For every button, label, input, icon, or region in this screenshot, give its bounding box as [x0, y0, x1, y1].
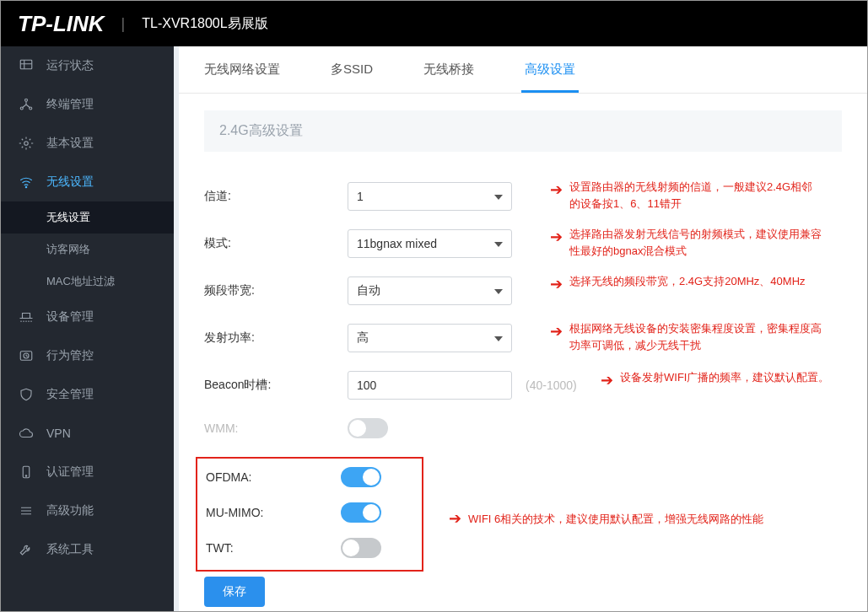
- sidebar-item-shield[interactable]: 安全管理: [1, 375, 174, 414]
- arrow-icon: ➔: [550, 273, 563, 296]
- channel-note: 设置路由器的无线射频的信道，一般建议2.4G相邻的设备按1、6、11错开: [569, 179, 822, 212]
- settings-panel: 2.4G高级设置 信道: 1 ➔ 设置路由器的无线射频的信道，一般建议2.4G相…: [179, 94, 867, 611]
- shield-icon: [18, 386, 35, 403]
- twt-label: TWT:: [206, 541, 341, 555]
- arrow-icon: ➔: [550, 179, 563, 201]
- sidebar: 运行状态终端管理基本设置无线设置无线设置访客网络MAC地址过滤设备管理行为管控安…: [1, 46, 174, 611]
- divider: |: [121, 15, 126, 33]
- row-channel: 信道: 1 ➔ 设置路由器的无线射频的信道，一般建议2.4G相邻的设备按1、6、…: [204, 182, 842, 211]
- twt-toggle[interactable]: [341, 538, 381, 558]
- tab-0[interactable]: 无线网络设置: [204, 47, 280, 92]
- channel-select[interactable]: 1: [348, 182, 512, 211]
- mumimo-label: MU-MIMO:: [206, 506, 341, 519]
- tabs: 无线网络设置多SSID无线桥接高级设置: [179, 46, 867, 94]
- sidebar-item-label: 系统工具: [46, 542, 94, 557]
- brand-logo: TP-LINK: [18, 11, 105, 37]
- sidebar-item-label: 认证管理: [46, 464, 94, 480]
- sidebar-item-label: VPN: [46, 427, 71, 440]
- bw-select[interactable]: 自动: [348, 276, 512, 305]
- mode-select[interactable]: 11bgnax mixed: [348, 229, 512, 258]
- header: TP-LINK | TL-XVR1800L易展版: [1, 1, 867, 46]
- gear-icon: [18, 135, 35, 152]
- sidebar-item-label: 运行状态: [46, 58, 94, 73]
- power-select[interactable]: 高: [348, 324, 512, 352]
- content-area: 无线网络设置多SSID无线桥接高级设置 2.4G高级设置 信道: 1 ➔ 设置路…: [174, 46, 867, 611]
- section-title: 2.4G高级设置: [204, 110, 842, 152]
- row-mumimo: MU-MIMO:: [197, 502, 422, 523]
- phone-icon: [18, 464, 35, 480]
- row-mode: 模式: 11bgnax mixed ➔ 选择路由器发射无线信号的射频模式，建议使…: [204, 229, 842, 258]
- wmm-toggle: [348, 418, 388, 438]
- sidebar-item-bars[interactable]: 高级功能: [1, 491, 174, 530]
- beacon-input[interactable]: [348, 371, 512, 400]
- sidebar-item-dashboard[interactable]: 运行状态: [1, 46, 174, 85]
- sidebar-item-phone[interactable]: 认证管理: [1, 453, 174, 491]
- bars-icon: [18, 502, 35, 519]
- sidebar-item-devices[interactable]: 设备管理: [1, 298, 174, 336]
- clock-icon: [18, 347, 35, 364]
- beacon-label: Beacon时槽:: [204, 378, 348, 393]
- svg-point-9: [25, 475, 27, 476]
- wifi-icon: [18, 174, 35, 191]
- sidebar-item-label: 设备管理: [46, 309, 94, 325]
- model-label: TL-XVR1800L易展版: [142, 15, 267, 33]
- row-beacon: Beacon时槽: (40-1000) ➔ 设备发射WIFI广播的频率，建议默认…: [204, 371, 842, 400]
- sidebar-item-wifi[interactable]: 无线设置: [1, 163, 174, 201]
- sidebar-item-label: 安全管理: [46, 387, 94, 402]
- sidebar-item-gear[interactable]: 基本设置: [1, 124, 174, 163]
- beacon-note: 设备发射WIFI广播的频率，建议默认配置。: [620, 369, 829, 386]
- sidebar-sub-item[interactable]: MAC地址过滤: [1, 266, 174, 298]
- row-ofdma: OFDMA:: [197, 467, 422, 487]
- arrow-icon: ➔: [601, 369, 613, 392]
- arrow-icon: ➔: [550, 320, 563, 343]
- sidebar-item-label: 行为管控: [46, 348, 94, 363]
- dashboard-icon: [18, 57, 35, 74]
- wrench-icon: [18, 541, 35, 558]
- tab-2[interactable]: 无线桥接: [423, 47, 474, 92]
- cloud-icon: [18, 425, 35, 442]
- power-note: 根据网络无线设备的安装密集程度设置，密集程度高功率可调低，减少无线干扰: [569, 320, 831, 353]
- sidebar-item-network[interactable]: 终端管理: [1, 85, 174, 124]
- network-icon: [18, 96, 35, 113]
- sidebar-item-label: 高级功能: [46, 503, 94, 518]
- arrow-icon: ➔: [550, 226, 563, 249]
- wifi6-group-highlight: OFDMA: MU-MIMO: TWT:: [196, 457, 423, 572]
- sidebar-item-label: 终端管理: [46, 97, 94, 112]
- sidebar-sub-item[interactable]: 访客网络: [1, 234, 174, 266]
- beacon-hint: (40-1000): [526, 378, 577, 392]
- mode-label: 模式:: [204, 236, 348, 251]
- ofdma-toggle[interactable]: [341, 467, 381, 487]
- svg-point-5: [25, 186, 27, 188]
- sidebar-item-label: 无线设置: [46, 174, 94, 190]
- tab-1[interactable]: 多SSID: [331, 47, 373, 92]
- row-wmm: WMM:: [204, 418, 842, 438]
- power-label: 发射功率:: [204, 330, 348, 346]
- svg-point-4: [24, 141, 29, 145]
- ofdma-label: OFDMA:: [206, 470, 341, 484]
- devices-icon: [18, 309, 35, 325]
- sidebar-item-cloud[interactable]: VPN: [1, 414, 174, 453]
- tab-3[interactable]: 高级设置: [525, 47, 575, 92]
- row-twt: TWT:: [197, 538, 422, 558]
- row-bw: 频段带宽: 自动 ➔ 选择无线的频段带宽，2.4G支持20MHz、40MHz: [204, 276, 842, 305]
- channel-label: 信道:: [204, 189, 348, 204]
- svg-rect-0: [20, 60, 32, 69]
- sidebar-sub-item[interactable]: 无线设置: [1, 201, 174, 234]
- wmm-label: WMM:: [204, 421, 348, 435]
- row-power: 发射功率: 高 ➔ 根据网络无线设备的安装密集程度设置，密集程度高功率可调低，减…: [204, 324, 842, 352]
- arrow-icon: ➔: [449, 507, 461, 530]
- sidebar-item-clock[interactable]: 行为管控: [1, 336, 174, 375]
- mode-note: 选择路由器发射无线信号的射频模式，建议使用兼容性最好的bgnax混合模式: [569, 226, 831, 259]
- mumimo-toggle[interactable]: [341, 502, 381, 523]
- sidebar-item-wrench[interactable]: 系统工具: [1, 530, 174, 569]
- svg-point-1: [25, 99, 28, 101]
- wifi6-note: WIFI 6相关的技术，建议使用默认配置，增强无线网路的性能: [468, 511, 763, 528]
- bw-label: 频段带宽:: [204, 283, 348, 298]
- bw-note: 选择无线的频段带宽，2.4G支持20MHz、40MHz: [569, 273, 806, 290]
- sidebar-item-label: 基本设置: [46, 136, 94, 151]
- save-button[interactable]: 保存: [204, 577, 265, 607]
